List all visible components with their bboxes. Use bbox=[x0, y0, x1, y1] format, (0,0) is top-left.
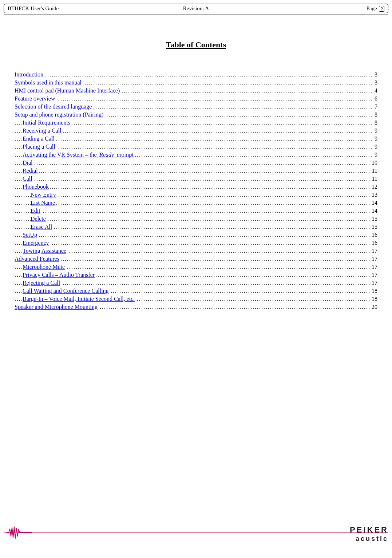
toc-link[interactable]: Symbols used in this manual bbox=[15, 79, 83, 86]
toc-link[interactable]: Initial Requirements bbox=[23, 119, 72, 126]
toc-link[interactable]: Privacy Calls – Audio Transfer bbox=[23, 272, 96, 278]
toc-entry: ........................................… bbox=[15, 303, 377, 311]
toc-leader-dots: ........................................… bbox=[15, 95, 377, 103]
toc-link-tail: rompt bbox=[120, 152, 134, 158]
toc-leader-dots: ........................................… bbox=[15, 247, 377, 255]
toc-link[interactable]: Barge-In – Voice Mail, Initiate Second C… bbox=[23, 296, 136, 302]
toc-link[interactable]: HMI control pad (Human Mashine Interface… bbox=[15, 87, 121, 94]
header-right: Page 2 bbox=[260, 5, 384, 12]
toc-page-number: 17 bbox=[370, 263, 377, 271]
toc-leader-dots: ........................................… bbox=[15, 167, 377, 175]
toc-link[interactable]: List Name bbox=[31, 200, 56, 206]
toc-page-number: 3 bbox=[373, 79, 377, 87]
toc-leader-dots: ........................................… bbox=[15, 231, 377, 239]
toc-page-number: 14 bbox=[370, 199, 377, 207]
toc-page-number: 16 bbox=[370, 239, 377, 247]
toc-page-number: 17 bbox=[370, 247, 377, 255]
toc-leader-dots: ........................................… bbox=[15, 175, 377, 183]
toc-entry: ........................................… bbox=[15, 119, 377, 127]
toc-page-number: 18 bbox=[370, 287, 377, 295]
toc-entry: ........................................… bbox=[15, 247, 377, 255]
toc-page-number: 17 bbox=[370, 279, 377, 287]
toc-leader-dots: ........................................… bbox=[15, 183, 377, 191]
toc-link[interactable]: Emergency bbox=[23, 240, 51, 246]
toc-leader-dots: ........................................… bbox=[15, 143, 377, 151]
toc-page-number: 13 bbox=[370, 191, 377, 199]
toc-link[interactable]: Erase All bbox=[31, 224, 54, 230]
header-frame: BTHFCK User's Guide Revision: A Page 2 bbox=[4, 4, 388, 13]
toc-page-number: 4 bbox=[373, 87, 377, 95]
page-title: Table of Contents bbox=[0, 40, 392, 50]
toc-entry: ........................................… bbox=[15, 199, 377, 207]
toc-leader-dots: ........................................… bbox=[15, 239, 377, 247]
toc-page-number: 15 bbox=[370, 223, 377, 231]
toc-entry: ........................................… bbox=[15, 175, 377, 183]
footer-divider bbox=[4, 533, 388, 533]
toc-link[interactable]: Placing a Call bbox=[23, 144, 57, 150]
toc-page-number: 7 bbox=[373, 103, 377, 111]
toc-entry: ........................................… bbox=[15, 135, 377, 143]
toc-link[interactable]: Setup and phone registration (Pairing) bbox=[15, 111, 105, 118]
toc-leader-dots: ........................................… bbox=[15, 71, 377, 79]
toc-entry: ........................................… bbox=[15, 111, 377, 119]
toc-entry: ........................................… bbox=[15, 79, 377, 87]
toc-page-number: 10 bbox=[370, 159, 377, 167]
footer: PEIKER acustic bbox=[4, 526, 388, 547]
toc-page-number: 6 bbox=[373, 95, 377, 103]
toc-entry: ........................................… bbox=[15, 263, 377, 271]
toc-leader-dots: ........................................… bbox=[15, 191, 377, 199]
toc-leader-dots: ........................................… bbox=[15, 215, 377, 223]
toc-entry: ........................................… bbox=[15, 255, 377, 263]
toc-link[interactable]: Delete bbox=[31, 216, 47, 222]
toc-page-number: 20 bbox=[370, 303, 377, 311]
waveform-icon bbox=[7, 526, 32, 539]
toc-page-number: 15 bbox=[370, 215, 377, 223]
toc-page-number: 12 bbox=[370, 183, 377, 191]
toc-entry: ........................................… bbox=[15, 279, 377, 287]
toc-leader-dots: ........................................… bbox=[15, 199, 377, 207]
toc-link[interactable]: Dial bbox=[23, 160, 34, 166]
toc-page-number: 8 bbox=[373, 111, 377, 119]
brand-logo: PEIKER acustic bbox=[350, 526, 388, 542]
toc-link[interactable]: Feature overview bbox=[15, 95, 57, 102]
toc-link-italic: 'Ready' p bbox=[98, 152, 120, 158]
toc-link[interactable]: Receiving a Call bbox=[23, 127, 63, 134]
toc-entry: ........................................… bbox=[15, 71, 377, 79]
toc-link[interactable]: Redial bbox=[23, 168, 39, 174]
toc-leader-dots: ........................................… bbox=[15, 255, 377, 263]
toc-link[interactable]: Advanced Features bbox=[15, 256, 61, 262]
toc-entry: ........................................… bbox=[15, 207, 377, 215]
toc-link[interactable]: Rejecting a Call bbox=[23, 280, 62, 286]
toc-leader-dots: ........................................… bbox=[15, 279, 377, 287]
toc-entry: ........................................… bbox=[15, 95, 377, 103]
brand-logo-bottom: acustic bbox=[350, 535, 388, 542]
toc-link[interactable]: Call Waiting and Conference Calling bbox=[23, 288, 110, 294]
toc-link[interactable]: Microphone Mute bbox=[23, 264, 66, 270]
toc-leader-dots: ........................................… bbox=[15, 159, 377, 167]
toc-link[interactable]: Speaker and Microphone Mounting bbox=[15, 304, 99, 310]
toc-link[interactable]: New Entry bbox=[31, 192, 58, 198]
toc-entry: ........................................… bbox=[15, 87, 377, 95]
toc-leader-dots: ........................................… bbox=[15, 223, 377, 231]
toc-entry: ........................................… bbox=[15, 239, 377, 247]
toc-page-number: 8 bbox=[373, 119, 377, 127]
toc-link[interactable]: Edit bbox=[31, 208, 42, 214]
table-of-contents: ........................................… bbox=[15, 71, 377, 311]
toc-link[interactable]: Ending a Call bbox=[23, 135, 56, 142]
toc-entry: ........................................… bbox=[15, 287, 377, 295]
toc-leader-dots: ........................................… bbox=[15, 263, 377, 271]
toc-page-number: 16 bbox=[370, 231, 377, 239]
toc-link[interactable]: Phonebook bbox=[23, 184, 50, 190]
toc-link[interactable]: Introduction bbox=[15, 71, 45, 78]
toc-page-number: 9 bbox=[373, 135, 377, 143]
header-left: BTHFCK User's Guide bbox=[8, 5, 132, 12]
toc-page-number: 9 bbox=[373, 127, 377, 135]
toc-link[interactable]: SetUp bbox=[23, 232, 39, 238]
toc-link[interactable]: Call bbox=[23, 176, 34, 182]
toc-link[interactable]: Activating the VR System – the 'Ready' p… bbox=[23, 152, 135, 158]
toc-entry: ........................................… bbox=[15, 183, 377, 191]
toc-link[interactable]: Towing Assistance bbox=[23, 248, 68, 254]
toc-link[interactable]: Selection of the desired language bbox=[15, 103, 93, 110]
header-divider bbox=[4, 15, 388, 15]
toc-entry: ........................................… bbox=[15, 223, 377, 231]
